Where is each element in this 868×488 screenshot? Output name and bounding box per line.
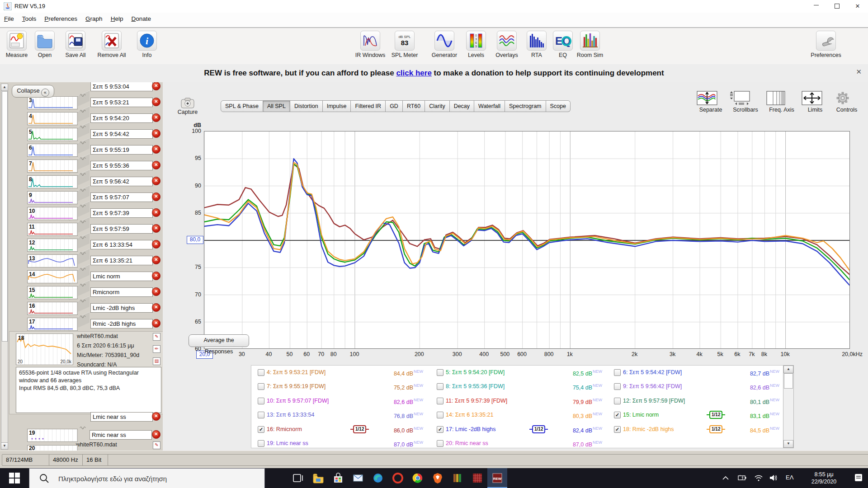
- legend-checkbox[interactable]: [437, 369, 443, 376]
- measurement-name-field[interactable]: Σεπ 5 9:53:21: [90, 98, 153, 107]
- toolbar-button-overlays[interactable]: Overlays: [490, 31, 524, 58]
- pencil-icon[interactable]: ✏: [153, 345, 160, 353]
- toolbar-button-generator[interactable]: Generator: [428, 31, 461, 58]
- maximize-button[interactable]: [826, 0, 847, 13]
- delete-measurement-icon[interactable]: ✕: [152, 113, 160, 122]
- file-explorer-icon[interactable]: [308, 468, 328, 488]
- measurement-thumbnail[interactable]: [27, 144, 78, 157]
- wifi-icon[interactable]: [754, 474, 763, 481]
- minimize-button[interactable]: [806, 0, 826, 13]
- measurement-thumbnail[interactable]: [27, 191, 78, 204]
- delete-measurement-icon[interactable]: ✕: [152, 412, 160, 421]
- filter-badge[interactable]: 1/12: [529, 425, 548, 433]
- delete-measurement-icon[interactable]: ✕: [152, 272, 160, 280]
- taskbar-search-input[interactable]: Πληκτρολογήστε εδώ για αναζήτηση: [29, 468, 265, 488]
- report-icon[interactable]: ▤: [153, 357, 160, 365]
- legend-checkbox[interactable]: ✓: [437, 426, 443, 433]
- measurement-name-field[interactable]: Lmic near ss: [90, 412, 153, 422]
- banner-close-icon[interactable]: ✕: [856, 68, 862, 76]
- delete-measurement-icon[interactable]: ✕: [152, 145, 160, 154]
- tray-chevron-icon[interactable]: [722, 476, 729, 480]
- measurement-name-field[interactable]: Σεπ 5 9:55:36: [90, 161, 153, 170]
- legend-checkbox[interactable]: [437, 398, 443, 404]
- start-button[interactable]: [5, 468, 24, 488]
- measurement-name-field[interactable]: Σεπ 5 9:54:42: [90, 129, 153, 139]
- toolbar-button-save-all[interactable]: Save All: [59, 31, 92, 58]
- toolbar-button-spl-meter[interactable]: dB SPL83SPL Meter: [388, 31, 421, 58]
- legend-checkbox[interactable]: ✓: [258, 426, 264, 433]
- filter-badge[interactable]: 1/12: [707, 425, 725, 433]
- measurement-name-field[interactable]: Σεπ 5 9:54:20: [90, 113, 153, 123]
- delete-measurement-icon[interactable]: ✕: [152, 192, 160, 201]
- toolbar-button-room-sim[interactable]: Room Sim: [573, 31, 607, 58]
- donation-link[interactable]: click here: [396, 69, 431, 77]
- legend-checkbox[interactable]: [258, 440, 264, 447]
- delete-measurement-icon[interactable]: ✕: [152, 208, 160, 217]
- store-icon[interactable]: [328, 468, 348, 488]
- toolbar-button-preferences[interactable]: Preferences: [809, 31, 843, 58]
- menu-item-help[interactable]: Help: [111, 15, 123, 22]
- brave-icon[interactable]: [428, 468, 448, 488]
- legend-checkbox[interactable]: [437, 383, 443, 390]
- measurement-name-field[interactable]: Rmic near ss: [90, 430, 152, 440]
- legend-checkbox[interactable]: [258, 369, 264, 376]
- measurement-name-field[interactable]: Σεπ 5 9:57:39: [90, 208, 153, 218]
- delete-measurement-icon[interactable]: ✕: [152, 430, 160, 439]
- battery-icon[interactable]: [738, 475, 747, 481]
- toolbar-button-remove-all[interactable]: Remove All: [95, 31, 128, 58]
- measurement-thumbnail[interactable]: [27, 160, 78, 173]
- measurement-thumbnail[interactable]: [27, 175, 78, 188]
- library-icon[interactable]: [448, 468, 467, 488]
- measurement-name-field[interactable]: Σεπ 5 9:56:42: [90, 177, 153, 186]
- delete-measurement-icon[interactable]: ✕: [152, 303, 160, 312]
- rew-logo-icon[interactable]: [467, 468, 487, 488]
- measurement-thumbnail[interactable]: [27, 112, 78, 125]
- toolbar-button-open[interactable]: Open: [28, 31, 61, 58]
- measurement-notes-box[interactable]: 65536-point 1/48 octave RTA using Rectan…: [16, 367, 161, 413]
- edge-icon[interactable]: [368, 468, 388, 488]
- legend-checkbox[interactable]: [258, 412, 264, 418]
- delete-measurement-icon[interactable]: ✕: [152, 287, 160, 296]
- average-responses-button[interactable]: Average the Responses: [189, 334, 249, 347]
- legend-scrollbar[interactable]: ▲ ▼: [783, 365, 794, 448]
- delete-measurement-icon[interactable]: ✕: [152, 129, 160, 138]
- measurement-name-field[interactable]: Σεπ 6 13:33:54: [90, 240, 153, 249]
- measurement-thumbnail[interactable]: [27, 128, 78, 141]
- legend-checkbox[interactable]: [614, 383, 621, 390]
- measurement-name-field[interactable]: Σεπ 5 9:53:04: [90, 82, 153, 91]
- measurement-thumbnail[interactable]: [27, 96, 78, 109]
- delete-measurement-icon[interactable]: ✕: [152, 98, 160, 106]
- measurement-name-field[interactable]: Lmic -2dB highs: [90, 303, 153, 313]
- filter-badge[interactable]: 1/12: [707, 411, 725, 419]
- toolbar-button-levels[interactable]: 0369Levels: [459, 31, 493, 58]
- chrome-icon[interactable]: [408, 468, 428, 488]
- legend-checkbox[interactable]: ✓: [614, 426, 621, 433]
- measurement-name-field[interactable]: Σεπ 6 13:35:21: [90, 256, 153, 265]
- notes-edit-icon[interactable]: ✎: [153, 441, 160, 449]
- delete-measurement-icon[interactable]: ✕: [152, 224, 160, 233]
- legend-checkbox[interactable]: [437, 440, 443, 447]
- mail-icon[interactable]: [348, 468, 368, 488]
- clock[interactable]: 8:55 μμ 22/9/2020: [802, 471, 845, 485]
- scrollbar-thumb[interactable]: [784, 373, 793, 389]
- measurement-name-field[interactable]: Rmic -2dB highs: [90, 319, 153, 328]
- delete-measurement-icon[interactable]: ✕: [152, 177, 160, 185]
- delete-measurement-icon[interactable]: ✕: [152, 240, 160, 249]
- toolbar-button-ir-windows[interactable]: IR Windows: [354, 31, 387, 58]
- opera-icon[interactable]: [388, 468, 408, 488]
- rew-active-icon[interactable]: REW: [487, 468, 507, 488]
- measurement-name-field[interactable]: Σεπ 5 9:55:19: [90, 145, 153, 155]
- measurement-name-field[interactable]: Σεπ 5 9:57:59: [90, 224, 153, 234]
- menu-item-preferences[interactable]: Preferences: [44, 15, 77, 22]
- measurement-name-field[interactable]: Σεπ 5 9:57:07: [90, 192, 153, 202]
- scroll-up-icon[interactable]: ▲: [783, 366, 793, 373]
- toolbar-button-info[interactable]: iInfo: [130, 31, 164, 58]
- menu-item-tools[interactable]: Tools: [22, 15, 37, 22]
- notification-icon[interactable]: [854, 474, 863, 483]
- speaker-icon[interactable]: [769, 474, 778, 482]
- delete-measurement-icon[interactable]: ✕: [152, 161, 160, 169]
- menu-item-file[interactable]: File: [4, 15, 14, 22]
- legend-checkbox[interactable]: [437, 412, 443, 418]
- legend-checkbox[interactable]: [614, 398, 621, 404]
- legend-checkbox[interactable]: [258, 398, 264, 404]
